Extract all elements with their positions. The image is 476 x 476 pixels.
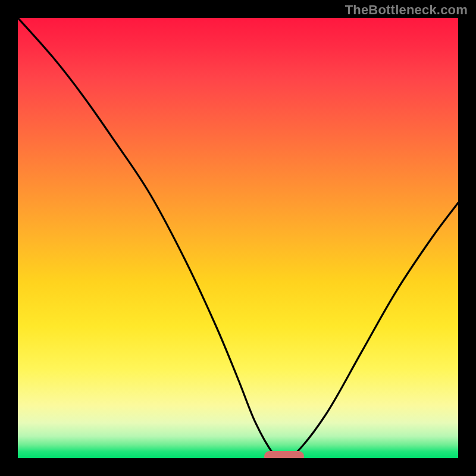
- chart-frame: TheBottleneck.com: [0, 0, 476, 476]
- bottleneck-curve: [18, 18, 458, 458]
- plot-area: [18, 18, 458, 458]
- site-watermark: TheBottleneck.com: [345, 2, 468, 18]
- optimum-range-marker: [264, 451, 304, 458]
